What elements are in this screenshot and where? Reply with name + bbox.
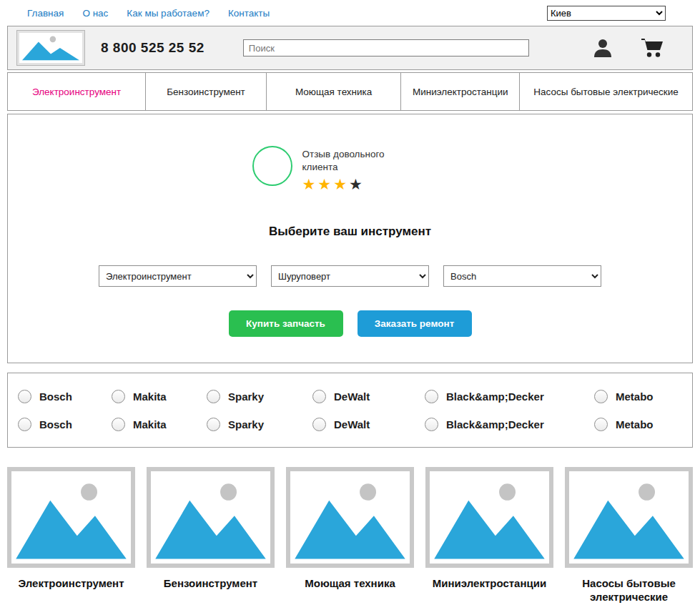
order-repair-button[interactable]: Заказать ремонт — [358, 310, 472, 337]
tab-mini-power-stations[interactable]: Миниэлектростанции — [400, 72, 520, 111]
hero-title: Выберите ваш инструмент — [8, 225, 692, 239]
tab-label: Моющая техника — [295, 87, 372, 97]
brand-option-blackdecker[interactable]: Black&amp;Decker — [425, 390, 594, 403]
brand-label: Makita — [133, 390, 167, 403]
rating-stars: ★★★★ — [302, 177, 403, 192]
star-icon: ★ — [349, 176, 365, 192]
tab-label: Бензоинструмент — [167, 87, 245, 97]
brand-option-dewalt[interactable]: DeWalt — [312, 418, 425, 431]
topbar: Главная О нас Как мы работаем? Контакты … — [0, 0, 700, 26]
star-icon: ★ — [302, 176, 318, 192]
brand-row-1: Bosch Makita Sparky DeWalt Black&amp;Dec… — [18, 383, 692, 410]
placeholder-image-icon — [11, 471, 131, 564]
category-image — [286, 467, 414, 568]
nav-link-about[interactable]: О нас — [82, 8, 108, 19]
brand-option-sparky[interactable]: Sparky — [207, 390, 312, 403]
brand-label: DeWalt — [334, 418, 370, 431]
star-icon: ★ — [333, 176, 349, 192]
brand-label: Bosch — [39, 418, 72, 431]
radio-button[interactable] — [112, 418, 125, 431]
category-select[interactable]: Электроинструмент — [99, 265, 257, 287]
category-image — [425, 467, 553, 568]
radio-button[interactable] — [594, 390, 608, 403]
tab-label: Электроинструмент — [32, 87, 121, 97]
tab-petrol-tools[interactable]: Бензоинструмент — [145, 72, 267, 111]
customer-review: Отзыв довольного клиента ★★★★ — [0, 146, 669, 192]
tab-label: Миниэлектростанции — [413, 87, 508, 97]
placeholder-image-icon — [290, 471, 410, 564]
nav-link-home[interactable]: Главная — [27, 8, 64, 19]
review-avatar-circle — [252, 146, 292, 186]
logo-image[interactable] — [16, 30, 85, 66]
nav-link-contacts[interactable]: Контакты — [228, 8, 270, 19]
brand-label: Sparky — [228, 390, 264, 403]
tab-label: Насосы бытовые электрические — [533, 87, 679, 97]
radio-button[interactable] — [18, 418, 31, 431]
placeholder-image-icon — [151, 471, 270, 564]
category-image — [147, 467, 275, 568]
brand-filter-section: Bosch Makita Sparky DeWalt Black&amp;Dec… — [7, 373, 693, 448]
buy-part-button[interactable]: Купить запчасть — [229, 310, 343, 337]
radio-button[interactable] — [425, 418, 438, 431]
hero-section: Отзыв довольного клиента ★★★★ Выберите в… — [7, 114, 693, 363]
phone-number: 8 800 525 25 52 — [101, 40, 204, 56]
category-cards: Электроинструмент Бензоинструмент Моющая… — [7, 467, 693, 604]
brand-option-bosch[interactable]: Bosch — [18, 418, 112, 431]
category-card-petrol-tools[interactable]: Бензоинструмент — [147, 467, 275, 604]
cart-icon[interactable] — [639, 36, 665, 59]
category-card-label: Бензоинструмент — [147, 577, 275, 591]
nav-link-how-we-work[interactable]: Как мы работаем? — [127, 8, 209, 19]
brand-option-makita[interactable]: Makita — [112, 390, 207, 403]
city-select[interactable]: Киев — [547, 6, 666, 21]
tab-washing-equipment[interactable]: Моющая техника — [266, 72, 402, 111]
brand-label: Black&amp;Decker — [446, 418, 544, 431]
account-icon[interactable] — [592, 37, 613, 59]
header-icons — [592, 36, 665, 59]
category-card-mini-power-stations[interactable]: Миниэлектростанции — [425, 467, 553, 604]
category-card-label: Насосы бытовые электрические — [565, 577, 693, 604]
category-card-label: Миниэлектростанции — [425, 577, 553, 591]
category-tabs: Электроинструмент Бензоинструмент Моющая… — [7, 72, 693, 111]
brand-label: DeWalt — [334, 390, 370, 403]
radio-button[interactable] — [112, 390, 125, 403]
brand-option-metabo[interactable]: Metabo — [594, 390, 692, 403]
brand-label: Makita — [133, 418, 167, 431]
logo-placeholder-icon — [20, 34, 82, 62]
search-input[interactable] — [243, 39, 529, 56]
category-card-washing-equipment[interactable]: Моющая техника — [286, 467, 414, 604]
brand-label: Metabo — [616, 390, 654, 403]
category-card-household-pumps[interactable]: Насосы бытовые электрические — [565, 467, 693, 604]
brand-option-sparky[interactable]: Sparky — [207, 418, 312, 431]
brand-option-dewalt[interactable]: DeWalt — [312, 390, 425, 403]
category-image — [565, 467, 693, 568]
radio-button[interactable] — [207, 390, 220, 403]
brand-option-metabo[interactable]: Metabo — [594, 418, 692, 431]
radio-button[interactable] — [18, 390, 31, 403]
radio-button[interactable] — [312, 418, 326, 431]
tab-household-pumps[interactable]: Насосы бытовые электрические — [519, 72, 693, 111]
category-card-label: Электроинструмент — [7, 577, 135, 591]
brand-label: Metabo — [616, 418, 654, 431]
brand-option-makita[interactable]: Makita — [112, 418, 207, 431]
tab-electro-tools[interactable]: Электроинструмент — [7, 72, 146, 111]
radio-button[interactable] — [207, 418, 220, 431]
brand-label: Bosch — [39, 390, 72, 403]
brand-option-bosch[interactable]: Bosch — [18, 390, 112, 403]
radio-button[interactable] — [425, 390, 438, 403]
brand-select[interactable]: Bosch — [443, 265, 601, 287]
radio-button[interactable] — [594, 418, 608, 431]
brand-option-blackdecker[interactable]: Black&amp;Decker — [425, 418, 594, 431]
placeholder-image-icon — [569, 471, 689, 564]
category-image — [7, 467, 135, 568]
review-content: Отзыв довольного клиента ★★★★ — [302, 146, 403, 192]
cta-buttons: Купить запчасть Заказать ремонт — [8, 310, 692, 337]
star-icon: ★ — [317, 176, 333, 192]
category-card-electro-tools[interactable]: Электроинструмент — [7, 467, 135, 604]
category-card-label: Моющая техника — [286, 577, 414, 591]
topbar-nav: Главная О нас Как мы работаем? Контакты — [27, 8, 270, 19]
review-text: Отзыв довольного клиента — [302, 148, 403, 174]
tool-select[interactable]: Шуруповерт — [271, 265, 429, 287]
brand-label: Sparky — [228, 418, 264, 431]
placeholder-image-icon — [430, 471, 549, 564]
radio-button[interactable] — [312, 390, 326, 403]
